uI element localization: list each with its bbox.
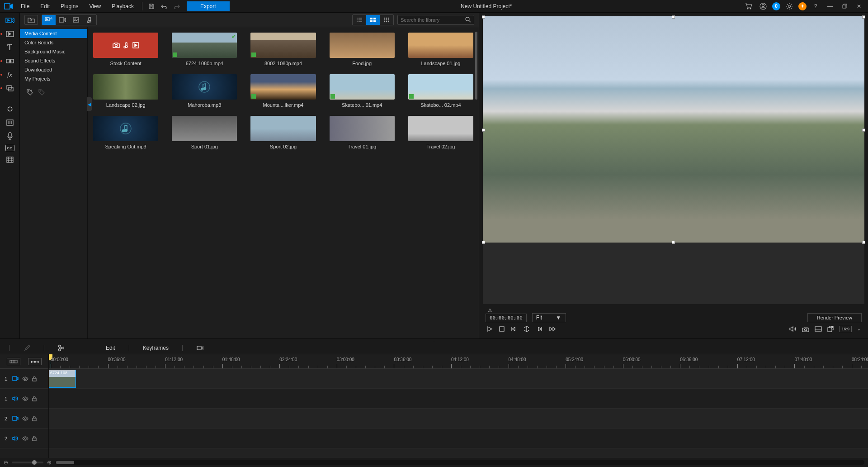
track-visibility-icon[interactable] [22, 436, 28, 441]
menu-view[interactable]: View [85, 1, 105, 11]
tree-item-color-boards[interactable]: Color Boards [20, 38, 87, 47]
media-item[interactable]: Sport 02.jpg [250, 116, 316, 149]
media-item[interactable]: Landscape 02.jpg [93, 74, 158, 108]
filter-video-icon[interactable] [56, 15, 69, 25]
selection-handle-mr[interactable] [862, 129, 865, 132]
prev-frame-icon[interactable] [511, 326, 517, 332]
split-tool-icon[interactable] [58, 344, 65, 352]
media-item[interactable]: Sport 01.jpg [172, 116, 237, 149]
transition-room-icon[interactable] [3, 56, 17, 66]
media-item[interactable]: Speaking Out.mp3 [93, 116, 158, 149]
library-search[interactable] [397, 15, 474, 25]
zoom-out-icon[interactable]: ⊖ [4, 459, 8, 466]
playhead[interactable] [50, 362, 50, 368]
media-item[interactable]: Landscape 01.jpg [408, 33, 473, 66]
selection-handle-bm[interactable] [672, 241, 675, 244]
brush-tool-icon[interactable] [23, 344, 30, 352]
stop-icon[interactable] [499, 326, 505, 332]
media-item[interactable]: Skatebo... 01.mp4 [330, 74, 395, 108]
tree-item-sound-effects[interactable]: Sound Effects [20, 56, 87, 65]
fit-dropdown[interactable]: Fit▼ [532, 313, 566, 322]
media-thumbnail[interactable] [93, 33, 158, 58]
tree-item-downloaded[interactable]: Downloaded [20, 65, 87, 74]
menu-file[interactable]: File [16, 1, 34, 11]
media-item[interactable]: Mountai...iker.mp4 [250, 74, 316, 108]
view-list-icon[interactable] [353, 15, 366, 25]
menu-plugins[interactable]: Plugins [56, 1, 83, 11]
tree-item-media-content[interactable]: Media Content [20, 29, 87, 38]
menu-playback[interactable]: Playback [107, 1, 138, 11]
media-thumbnail[interactable] [172, 116, 237, 141]
track-lock-icon[interactable] [32, 396, 37, 401]
media-thumbnail[interactable] [408, 116, 473, 141]
display-options-icon[interactable] [815, 326, 822, 332]
more-tools-icon[interactable] [196, 345, 203, 351]
media-thumbnail[interactable] [93, 116, 158, 141]
play-icon[interactable] [486, 326, 493, 332]
maximize-icon[interactable] [839, 2, 850, 11]
preview-scrub[interactable]: △ [483, 306, 864, 312]
track-row-video-1[interactable]: 6724-108 [49, 369, 868, 389]
track-row-audio-1[interactable] [49, 389, 868, 409]
selection-handle-tr[interactable] [862, 15, 865, 19]
camera-icon[interactable] [802, 326, 809, 332]
selection-handle-tl[interactable] [482, 15, 485, 19]
library-scrollbar[interactable] [474, 27, 479, 338]
timeline-hscroll[interactable] [55, 460, 864, 465]
selection-handle-tm[interactable] [672, 15, 675, 19]
particle-room-icon[interactable] [3, 104, 17, 114]
track-visibility-icon[interactable] [22, 416, 28, 421]
media-room-icon[interactable] [3, 15, 17, 25]
title-room-icon[interactable]: T [3, 43, 17, 52]
filter-all-icon[interactable] [42, 15, 56, 25]
effect-room-icon[interactable] [3, 29, 17, 39]
timeline-ruler[interactable]: 00:00:0000:36:0001:12:0001:48:0002:24:00… [49, 354, 868, 369]
close-icon[interactable]: ✕ [854, 2, 864, 11]
media-thumbnail[interactable] [250, 116, 316, 141]
tag-add-icon[interactable] [26, 89, 33, 96]
export-button[interactable]: Export [187, 1, 230, 11]
media-thumbnail[interactable] [93, 74, 158, 100]
keyframes-tab[interactable]: Keyframes [143, 345, 169, 351]
track-lock-icon[interactable] [32, 376, 37, 381]
view-details-icon[interactable] [380, 15, 393, 25]
media-item[interactable]: Food.jpg [330, 33, 395, 66]
media-item[interactable]: Stock Content [93, 33, 158, 66]
media-item[interactable]: Travel 02.jpg [408, 116, 473, 149]
notification-badge[interactable]: 0 [772, 2, 780, 10]
trackhead-video[interactable]: 1. [0, 369, 48, 389]
timeline-clip[interactable]: 6724-108 [49, 370, 76, 388]
subtitle-room-icon[interactable]: CC [5, 145, 14, 151]
media-thumbnail[interactable] [172, 74, 237, 100]
filter-image-icon[interactable] [69, 15, 83, 25]
media-thumbnail[interactable] [250, 33, 316, 58]
aspect-ratio-badge[interactable]: 16:9 [839, 326, 852, 332]
redo-icon[interactable] [171, 2, 182, 11]
fx-room-icon[interactable]: fx [3, 70, 17, 80]
edit-tab[interactable]: Edit [106, 345, 115, 351]
media-thumbnail[interactable] [330, 116, 395, 141]
save-icon[interactable] [146, 2, 157, 11]
media-thumbnail[interactable] [330, 74, 395, 100]
media-thumbnail[interactable] [408, 33, 473, 58]
voiceover-room-icon[interactable] [3, 131, 17, 141]
track-row-audio-2[interactable] [49, 429, 868, 448]
tree-item-my-projects[interactable]: My Projects [20, 74, 87, 83]
media-item[interactable]: 8002-1080p.mp4 [250, 33, 316, 66]
view-grid-icon[interactable] [366, 15, 380, 25]
chapter-room-icon[interactable] [3, 155, 17, 165]
snapshot-icon[interactable] [524, 326, 530, 332]
undock-icon[interactable] [827, 326, 834, 332]
settings-icon[interactable] [784, 2, 795, 11]
filter-audio-icon[interactable] [83, 15, 96, 25]
media-item[interactable]: Travel 01.jpg [330, 116, 395, 149]
premium-badge[interactable]: ✦ [798, 2, 807, 10]
track-row-video-2[interactable] [49, 409, 868, 429]
selection-handle-bl[interactable] [482, 241, 485, 244]
selection-handle-ml[interactable] [482, 129, 485, 132]
account-icon[interactable] [758, 2, 769, 11]
overlay-room-icon[interactable] [3, 83, 17, 93]
track-lock-icon[interactable] [32, 416, 37, 421]
media-thumbnail[interactable] [250, 74, 316, 100]
preview-viewport[interactable] [483, 16, 864, 304]
